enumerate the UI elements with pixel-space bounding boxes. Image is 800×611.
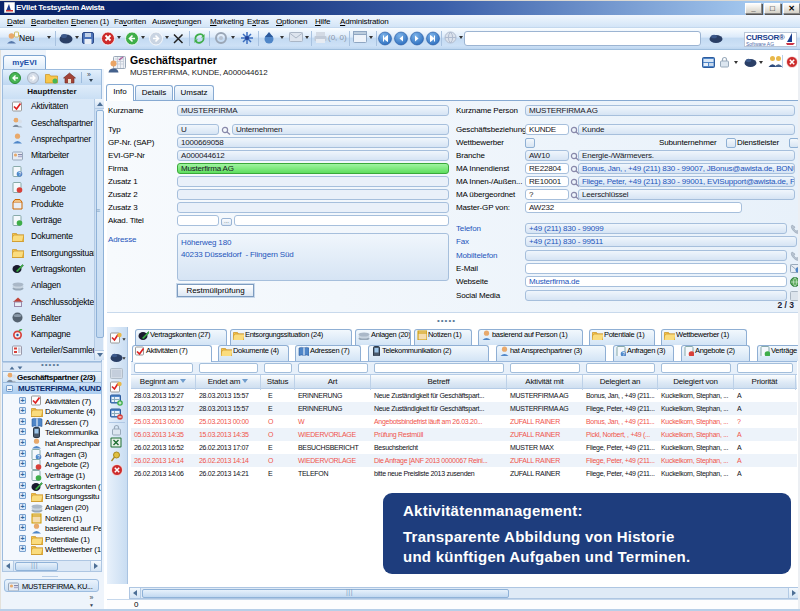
svg-text:?: ? <box>18 171 21 177</box>
